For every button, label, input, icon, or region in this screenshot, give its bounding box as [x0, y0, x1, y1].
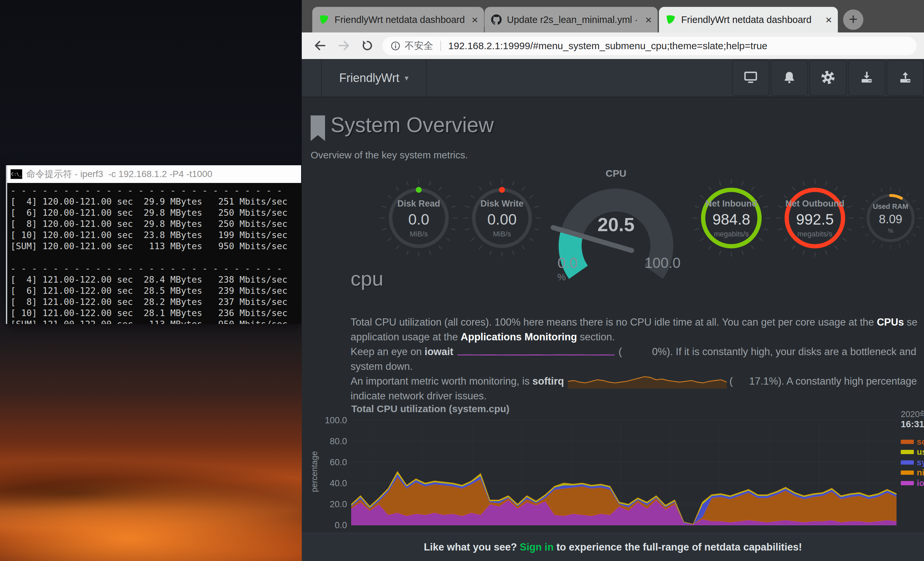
cpu-description-line-2: application usage at the Applications Mo… — [351, 329, 924, 344]
bell-icon — [782, 70, 797, 86]
svg-text:Net Inbound: Net Inbound — [705, 199, 757, 209]
net-inbound-gauge[interactable]: Net Inbound984.8megabits/s — [689, 175, 774, 262]
legend-label: softirq — [917, 437, 924, 447]
cpu-description-line-4: system down. — [351, 359, 924, 374]
browser-tab-2[interactable]: Update r2s_lean_minimal.yml · k× — [484, 7, 658, 33]
gear-button[interactable] — [809, 60, 847, 96]
tab-label: FriendlyWrt netdata dashboard — [334, 14, 467, 25]
gear-icon — [820, 70, 836, 86]
forward-button[interactable] — [334, 36, 353, 55]
host-selector[interactable]: FriendlyWrt ▾ — [321, 59, 427, 97]
reload-button[interactable] — [358, 36, 376, 55]
legend-label: user — [917, 447, 924, 457]
cpus-link[interactable]: CPUs — [877, 316, 904, 328]
new-tab-button[interactable]: + — [843, 9, 863, 30]
legend-item-iowait[interactable]: iowait — [901, 478, 924, 488]
url-text[interactable]: 192.168.2.1:19999/#menu_system_submenu_c… — [448, 40, 767, 51]
svg-text:Disk Write: Disk Write — [480, 199, 524, 209]
y-tick-label: 80.0 — [304, 436, 347, 445]
sign-in-link[interactable]: Sign in — [520, 541, 554, 553]
browser-tab-3[interactable]: FriendlyWrt netdata dashboard× — [659, 7, 838, 33]
svg-text:CPU: CPU — [606, 168, 626, 179]
browser-tab-1[interactable]: FriendlyWrt netdata dashboard× — [312, 7, 484, 33]
cpu-description-line-1: Total CPU utilization (all cores). 100% … — [351, 315, 924, 329]
tab-label: FriendlyWrt netdata dashboard — [681, 14, 821, 25]
tab-strip: + FriendlyWrt netdata dashboard×Update r… — [302, 0, 924, 33]
svg-text:8.09: 8.09 — [879, 212, 902, 226]
bell-button[interactable] — [771, 60, 808, 96]
monitor-icon — [743, 70, 758, 86]
cpu-gauge[interactable]: CPU20.50.0%100.0 — [547, 165, 685, 285]
chart-y-axis-label: percentage — [310, 442, 319, 501]
address-divider — [440, 41, 441, 51]
close-tab-icon[interactable]: × — [645, 14, 652, 26]
host-name: FriendlyWrt — [339, 71, 399, 85]
y-tick-label: 20.0 — [304, 499, 347, 508]
svg-text:%: % — [557, 272, 566, 282]
svg-text:0.00: 0.00 — [487, 211, 517, 228]
terminal-titlebar[interactable]: C:\_ 命令提示符 - iperf3 -c 192.168.1.2 -P4 -… — [7, 165, 301, 183]
applications-monitoring-link[interactable]: Applications Monitoring — [461, 331, 577, 343]
svg-text:0.0: 0.0 — [408, 211, 429, 228]
bookmark-icon — [310, 116, 325, 142]
github-logo-icon — [491, 14, 502, 25]
chevron-down-icon: ▾ — [405, 74, 409, 83]
legend-swatch — [901, 471, 914, 475]
legend-item-softirq[interactable]: softirq — [901, 437, 924, 447]
svg-text:MiB/s: MiB/s — [410, 230, 428, 238]
browser-window: + FriendlyWrt netdata dashboard×Update r… — [302, 0, 924, 561]
legend-label: iowait — [917, 478, 924, 488]
legend-item-system[interactable]: system — [901, 457, 924, 467]
svg-text:Disk Read: Disk Read — [398, 199, 440, 209]
netdata-navbar: FriendlyWrt ▾ — [302, 59, 924, 98]
monitor-button[interactable] — [732, 60, 770, 96]
legend-label: nice — [917, 468, 924, 478]
y-tick-label: 40.0 — [304, 478, 347, 487]
browser-toolbar: 不安全 192.168.2.1:19999/#menu_system_subme… — [302, 33, 924, 59]
chart-timestamp-time: 16:31:2 — [901, 419, 924, 430]
cpu-description-line-5: An important metric worth monitoring, is… — [351, 374, 924, 388]
cpu-description-line-6: indicate network driver issues. — [351, 388, 924, 403]
legend-item-user[interactable]: user — [901, 447, 924, 457]
used-ram-gauge[interactable]: Used RAM8.09% — [856, 184, 924, 253]
terminal-output: - - - - - - - - - - - - - - - - - - - - … — [7, 183, 301, 324]
close-tab-icon[interactable]: × — [825, 14, 832, 26]
chart-timestamp-date: 2020年3 — [901, 409, 924, 420]
legend-swatch — [901, 481, 914, 485]
legend-swatch — [901, 460, 914, 465]
cpu-utilization-chart[interactable] — [351, 420, 897, 525]
cpu-description-line-3: Keep an eye on iowait(0%). If it is cons… — [351, 344, 924, 359]
upload-icon — [898, 70, 913, 86]
svg-text:MiB/s: MiB/s — [493, 230, 511, 238]
svg-text:megabits/s: megabits/s — [798, 230, 832, 238]
svg-text:megabits/s: megabits/s — [714, 230, 749, 238]
svg-text:100.0: 100.0 — [645, 255, 681, 271]
terminal-window[interactable]: C:\_ 命令提示符 - iperf3 -c 192.168.1.2 -P4 -… — [6, 165, 301, 324]
back-button[interactable] — [311, 36, 329, 55]
disk-write-gauge[interactable]: Disk Write0.00MiB/s — [459, 175, 544, 262]
net-outbound-gauge[interactable]: Net Outbound992.5megabits/s — [772, 175, 858, 262]
legend-swatch — [901, 440, 914, 444]
download-button[interactable] — [848, 60, 885, 96]
netdata-logo-icon — [666, 14, 676, 25]
svg-text:984.8: 984.8 — [712, 211, 750, 228]
signin-banner: Like what you see? Sign in to experience… — [302, 533, 924, 561]
y-tick-label: 0.0 — [304, 520, 347, 529]
disk-read-gauge[interactable]: Disk Read0.0MiB/s — [376, 175, 461, 262]
legend-item-nice[interactable]: nice — [901, 468, 924, 478]
svg-text:%: % — [888, 227, 893, 234]
softirq-sparkline — [568, 374, 727, 388]
security-label[interactable]: 不安全 — [405, 39, 433, 53]
close-tab-icon[interactable]: × — [471, 14, 478, 26]
svg-text:992.5: 992.5 — [796, 211, 834, 228]
upload-button[interactable] — [886, 60, 924, 96]
cmd-icon: C:\_ — [10, 169, 22, 179]
netdata-page: FriendlyWrt ▾ System Overview Overview o… — [302, 59, 924, 561]
chart-title: Total CPU utilization (system.cpu) — [351, 403, 510, 414]
y-tick-label: 60.0 — [304, 457, 347, 466]
svg-text:Used RAM: Used RAM — [873, 202, 908, 211]
info-icon[interactable] — [390, 41, 401, 51]
legend-label: system — [917, 457, 924, 468]
address-bar[interactable]: 不安全 192.168.2.1:19999/#menu_system_subme… — [382, 37, 916, 55]
y-tick-label: 100.0 — [304, 415, 347, 425]
